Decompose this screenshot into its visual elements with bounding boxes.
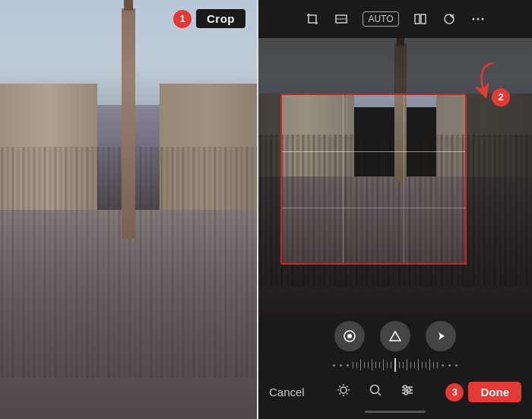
overlay-bottom (258, 265, 532, 315)
bottom-controls: Cancel (258, 315, 532, 419)
done-group: 3 Done (445, 382, 521, 402)
crop-label-group: 1 Crop (173, 9, 245, 28)
ruler-center (394, 358, 396, 372)
tower (122, 8, 135, 239)
ruler-tick (364, 362, 365, 368)
left-photo (0, 0, 257, 419)
ruler-dot (448, 364, 451, 367)
svg-point-26 (404, 392, 407, 395)
svg-line-17 (347, 386, 348, 388)
arrow-mode-button[interactable] (426, 321, 456, 351)
svg-point-25 (407, 389, 410, 392)
ruler-dot (442, 364, 444, 367)
crop-aspect-icon[interactable] (305, 11, 320, 27)
right-panel: AUTO (258, 0, 532, 419)
left-panel: 1 Crop (0, 0, 258, 419)
ruler-tick (403, 362, 404, 368)
crop-grid-vertical (404, 95, 404, 264)
ruler-tick (429, 360, 430, 370)
more-options-icon[interactable] (470, 11, 486, 27)
auto-button[interactable]: AUTO (363, 11, 398, 27)
top-toolbar: AUTO (258, 0, 532, 38)
cancel-button[interactable]: Cancel (269, 386, 305, 398)
overlay-left (258, 94, 280, 265)
ruler-tick (360, 360, 361, 370)
svg-point-5 (472, 18, 474, 21)
ruler-tick (433, 362, 434, 368)
flip-icon[interactable] (413, 11, 428, 27)
edit-icons-group (336, 382, 415, 402)
ruler-dot (347, 364, 349, 367)
ruler-tick (399, 362, 400, 368)
ruler-tick (414, 362, 415, 368)
rotation-ruler[interactable] (258, 357, 532, 373)
overlay-right (467, 94, 532, 265)
svg-rect-3 (421, 14, 426, 24)
svg-point-7 (481, 18, 483, 21)
svg-point-10 (340, 387, 347, 393)
action-bar: Cancel (258, 377, 532, 410)
step-3-badge: 3 (445, 383, 464, 402)
step-2-badge: 2 (492, 88, 510, 106)
svg-line-18 (339, 393, 340, 395)
ruler-tick (368, 362, 369, 368)
ratio-icon[interactable] (334, 11, 349, 27)
brightness-icon[interactable] (336, 382, 351, 402)
ruler-tick (375, 362, 376, 368)
svg-line-20 (378, 393, 381, 396)
svg-line-15 (339, 386, 340, 388)
ruler-tick (356, 362, 357, 368)
rotate-icon[interactable] (442, 11, 457, 27)
ruler-tick (437, 362, 438, 368)
ruler-tick (383, 360, 384, 370)
lens-icon[interactable] (368, 382, 383, 402)
edit-mode-icons (258, 321, 532, 351)
home-bar (365, 411, 426, 413)
ruler-tick (372, 360, 372, 370)
svg-line-16 (347, 393, 348, 395)
triangle-mode-button[interactable] (380, 321, 410, 351)
svg-point-6 (477, 18, 479, 21)
crop-text[interactable]: Crop (196, 9, 245, 28)
ruler-tick (418, 360, 419, 370)
crop-box[interactable] (280, 94, 467, 265)
circle-mode-button[interactable] (334, 321, 365, 351)
adjust-icon[interactable] (400, 382, 415, 402)
ruler-tick (353, 362, 353, 368)
svg-point-9 (347, 334, 352, 338)
done-button[interactable]: Done (468, 382, 521, 402)
ruler-tick (387, 362, 388, 368)
ruler-dot (340, 364, 342, 367)
ruler-tick (426, 362, 426, 368)
svg-point-24 (404, 386, 407, 389)
ruler-ticks (332, 358, 458, 372)
svg-point-19 (370, 386, 378, 394)
ruler-tick (410, 362, 411, 368)
photo-area[interactable]: 2 (258, 38, 532, 315)
ruler-dot (333, 364, 335, 367)
svg-rect-2 (415, 14, 420, 24)
home-indicator (258, 410, 532, 413)
ruler-tick (391, 362, 391, 368)
step-1-badge: 1 (173, 10, 192, 28)
ruler-tick (407, 360, 407, 370)
ruler-tick (422, 362, 423, 368)
ruler-tick (379, 362, 380, 368)
crop-grid-horizontal (282, 208, 465, 208)
ruler-dot (455, 364, 458, 367)
